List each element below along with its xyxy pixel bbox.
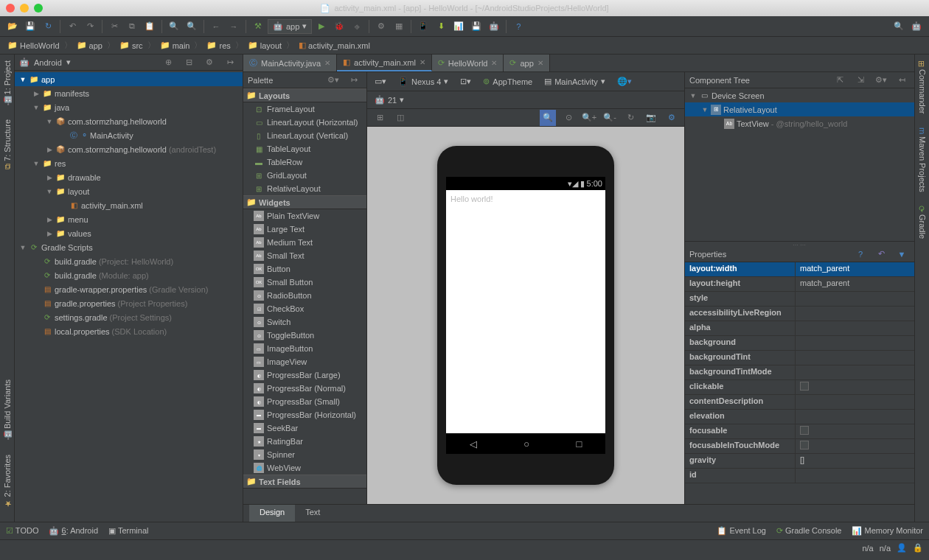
tab-terminal[interactable]: ▣ Terminal [108,526,148,536]
breadcrumb-item[interactable]: 📁src [116,41,146,50]
breadcrumb-item[interactable]: 📁main [157,41,193,50]
palette-item[interactable]: ⊞RelativeLayout [243,182,366,195]
hide-icon[interactable]: ↦ [222,55,238,71]
tab-structure[interactable]: ⧉7: Structure [2,116,13,172]
property-row[interactable]: contentDescription [685,395,914,410]
property-row[interactable]: layout:widthmatch_parent [685,262,914,277]
orientation-dropdown[interactable]: ▭▾ [372,74,389,89]
cut-icon[interactable]: ✂ [106,18,122,35]
make-icon[interactable]: ⚒ [250,18,266,35]
avd-icon[interactable]: 📱 [415,18,431,35]
device-dropdown[interactable]: 📱 Nexus 4 ▾ [395,74,451,89]
sdk-icon[interactable]: ⬇ [433,18,449,35]
tree-node-package[interactable]: ▼📦com.stormzhang.helloworld [15,114,243,128]
tree-node-values[interactable]: ▶📁values [15,226,243,240]
property-row[interactable]: layout:heightmatch_parent [685,277,914,292]
close-icon[interactable]: ✕ [420,58,425,66]
search-icon[interactable]: 🔍 [891,18,907,35]
property-row[interactable]: elevation [685,410,914,424]
undo-icon[interactable]: ↶ [64,18,80,35]
help-icon[interactable]: ? [852,246,869,262]
screenshot-icon[interactable]: 📷 [643,110,659,126]
replace-icon[interactable]: 🔍 [184,18,200,35]
tree-node-manifests[interactable]: ▶📁manifests [15,86,243,100]
paste-icon[interactable]: 📋 [142,18,158,35]
tree-node-settings-gradle[interactable]: ⟳settings.gradle (Project Settings) [15,310,243,324]
collapse-icon[interactable]: ⇲ [852,72,869,88]
tab-build-variants[interactable]: 🤖Build Variants [1,377,13,444]
zoom-actual-icon[interactable]: ⊙ [560,110,577,126]
palette-item[interactable]: OKSmall Button [243,276,366,289]
palette-item[interactable]: AbMedium Text [243,236,366,249]
palette-item[interactable]: ◐ProgressBar (Large) [243,368,366,382]
refresh-icon[interactable]: ↻ [622,110,639,126]
back-icon[interactable]: ← [208,18,224,35]
property-row[interactable]: focusableInTouchMode [685,439,914,454]
theme-dropdown[interactable]: ⊚AppTheme [480,74,535,89]
close-icon[interactable]: ✕ [537,59,543,67]
tab-helloworld[interactable]: ⟳HelloWorld✕ [432,55,504,71]
tree-node-gradle-props[interactable]: ▤gradle.properties (Project Properties) [15,296,243,310]
property-row[interactable]: background [685,336,914,351]
palette-item[interactable]: ▭ImageView [243,355,366,368]
tab-memory-monitor[interactable]: 📊 Memory Monitor [852,526,923,536]
palette-item[interactable]: ▯LinearLayout (Vertical) [243,129,366,142]
ddms-icon[interactable]: 📊 [450,18,467,35]
property-row[interactable]: ▶gravity[] [685,454,914,469]
hide-icon[interactable]: ↤ [894,72,910,88]
lock-icon[interactable]: 🔒 [913,543,923,553]
tab-project[interactable]: 🤖1: Project [1,57,13,109]
palette-item[interactable]: ▦TableLayout [243,142,366,155]
android-robot-icon[interactable]: 🤖 [486,18,502,35]
property-row[interactable]: backgroundTintMode [685,365,914,380]
palette-item[interactable]: ★RatingBar [243,435,366,448]
design-canvas[interactable]: ▾◢ ▮ 5:00 Hello world! ◁ ○ □ [367,127,684,504]
tab-activity-main-xml[interactable]: ◧activity_main.xml✕ [337,55,432,71]
tab-design[interactable]: Design [249,505,295,522]
palette-item[interactable]: 🌐WebView [243,461,366,475]
tab-todo[interactable]: ☑ TODO [6,526,38,536]
breadcrumb-item[interactable]: 📁layout [245,41,285,50]
component-device-screen[interactable]: ▼▭Device Screen [685,88,914,102]
palette-item[interactable]: ◐ProgressBar (Small) [243,395,366,408]
tab-favorites[interactable]: ★2: Favorites [1,452,13,511]
viewport-icon[interactable]: ◫ [392,110,408,126]
redo-icon[interactable]: ↷ [82,18,98,35]
locale-dropdown[interactable]: 🌐▾ [614,74,635,89]
tab-gradle-console[interactable]: ⟳ Gradle Console [776,526,842,536]
sync-icon[interactable]: ↻ [40,18,56,35]
tree-node-package-test[interactable]: ▶📦com.stormzhang.helloworld (androidTest… [15,142,243,156]
palette-item[interactable]: ▬TableRow [243,155,366,169]
palette-item[interactable]: ⊙Switch [243,315,366,329]
forward-icon[interactable]: → [226,18,242,35]
palette-item[interactable]: ▬ProgressBar (Horizontal) [243,408,366,421]
expand-icon[interactable]: ⇱ [832,72,848,88]
tree-node-build-gradle-project[interactable]: ⟳build.gradle (Project: HelloWorld) [15,254,243,268]
attach-icon[interactable]: ⎆ [349,18,365,35]
tree-node-java[interactable]: ▼📁java [15,100,243,114]
settings-icon[interactable]: ⚙ [373,18,389,35]
memory-icon[interactable]: 💾 [468,18,484,35]
tree-node-build-gradle-module[interactable]: ⟳build.gradle (Module: app) [15,268,243,282]
restore-icon[interactable]: ↶ [873,246,889,262]
run-icon[interactable]: ▶ [313,18,330,35]
breadcrumb-item[interactable]: 📁app [74,41,105,50]
palette-item[interactable]: OKButton [243,262,366,276]
tab-text[interactable]: Text [295,505,330,522]
gear-icon[interactable]: ⚙ [201,55,218,71]
minimize-icon[interactable] [20,4,29,13]
tab-maven[interactable]: mMaven Projects [917,125,928,195]
palette-item[interactable]: ▭ImageButton [243,342,366,355]
tab-commander[interactable]: ⊞Commander [916,57,928,117]
property-row[interactable]: style [685,292,914,307]
tab-gradle[interactable]: ⟳Gradle [916,203,928,242]
copy-icon[interactable]: ⧉ [124,18,140,35]
property-row[interactable]: backgroundTint [685,351,914,365]
config-dropdown[interactable]: ⊡▾ [457,74,474,89]
project-structure-icon[interactable]: ▦ [391,18,407,35]
collapse-icon[interactable]: ⊟ [181,55,197,71]
tree-node-app[interactable]: ▼📁app [15,72,243,86]
palette-item[interactable]: ◐ProgressBar (Normal) [243,382,366,395]
tree-node-local-props[interactable]: ▤local.properties (SDK Location) [15,324,243,338]
breadcrumb-item[interactable]: ◧activity_main.xml [296,41,373,50]
